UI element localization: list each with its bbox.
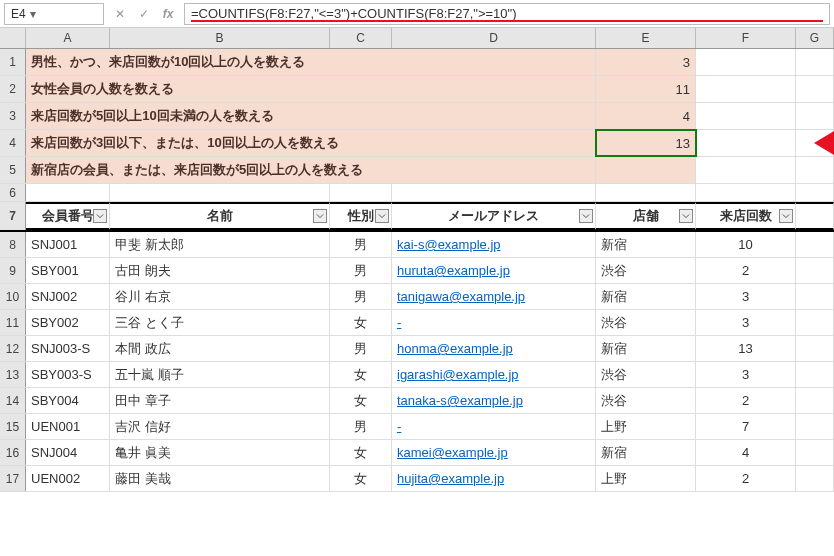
cell-mail[interactable]: tanaka-s@example.jp — [392, 388, 596, 413]
row-num[interactable]: 8 — [0, 232, 26, 257]
cell-sex[interactable]: 男 — [330, 414, 392, 439]
cell-visits[interactable]: 3 — [696, 362, 796, 387]
cell-visits[interactable]: 13 — [696, 336, 796, 361]
cell-visits[interactable]: 2 — [696, 466, 796, 491]
fx-icon[interactable]: fx — [156, 3, 180, 25]
mail-link[interactable]: hujita@example.jp — [397, 471, 504, 486]
cell-store[interactable]: 上野 — [596, 466, 696, 491]
cell-id[interactable]: SBY001 — [26, 258, 110, 283]
row-num[interactable]: 2 — [0, 76, 26, 102]
cell-sex[interactable]: 女 — [330, 466, 392, 491]
cell-store[interactable]: 渋谷 — [596, 258, 696, 283]
filter-icon[interactable] — [779, 209, 793, 223]
cell-name[interactable]: 田中 章子 — [110, 388, 330, 413]
filter-icon[interactable] — [679, 209, 693, 223]
selected-cell[interactable]: 13 — [596, 130, 696, 156]
row-num[interactable]: 7 — [0, 202, 26, 230]
cell-id[interactable]: UEN001 — [26, 414, 110, 439]
cell-visits[interactable]: 2 — [696, 388, 796, 413]
cell-sex[interactable]: 女 — [330, 362, 392, 387]
cell-visits[interactable]: 4 — [696, 440, 796, 465]
cell-id[interactable]: SNJ001 — [26, 232, 110, 257]
row-num[interactable]: 5 — [0, 157, 26, 183]
row-num[interactable]: 15 — [0, 414, 26, 439]
mail-link[interactable]: tanigawa@example.jp — [397, 289, 525, 304]
cell-mail[interactable]: - — [392, 310, 596, 335]
cell-mail[interactable]: kamei@example.jp — [392, 440, 596, 465]
cell-id[interactable]: SNJ004 — [26, 440, 110, 465]
cell-store[interactable]: 新宿 — [596, 336, 696, 361]
cell-mail[interactable]: igarashi@example.jp — [392, 362, 596, 387]
cell-id[interactable]: SBY002 — [26, 310, 110, 335]
cell-mail[interactable]: kai-s@example.jp — [392, 232, 596, 257]
confirm-icon[interactable]: ✓ — [132, 3, 156, 25]
cell-sex[interactable]: 男 — [330, 258, 392, 283]
cell-id[interactable]: SNJ003-S — [26, 336, 110, 361]
col-E[interactable]: E — [596, 28, 696, 48]
cell-visits[interactable]: 3 — [696, 284, 796, 309]
cell-sex[interactable]: 女 — [330, 310, 392, 335]
cell-sex[interactable]: 女 — [330, 440, 392, 465]
summary-val[interactable]: 3 — [596, 49, 696, 75]
cell-name[interactable]: 三谷 とく子 — [110, 310, 330, 335]
cell-name[interactable]: 吉沢 信好 — [110, 414, 330, 439]
cell-visits[interactable]: 2 — [696, 258, 796, 283]
filter-icon[interactable] — [313, 209, 327, 223]
hdr-store[interactable]: 店舗 — [596, 202, 696, 230]
col-G[interactable]: G — [796, 28, 834, 48]
mail-link[interactable]: kai-s@example.jp — [397, 237, 501, 252]
row-num[interactable]: 4 — [0, 130, 26, 156]
filter-icon[interactable] — [93, 209, 107, 223]
cell-name[interactable]: 谷川 右京 — [110, 284, 330, 309]
cell-sex[interactable]: 男 — [330, 232, 392, 257]
mail-link[interactable]: huruta@example.jp — [397, 263, 510, 278]
filter-icon[interactable] — [579, 209, 593, 223]
cell-name[interactable]: 古田 朗夫 — [110, 258, 330, 283]
filter-icon[interactable] — [375, 209, 389, 223]
cell-id[interactable]: SBY003-S — [26, 362, 110, 387]
hdr-sex[interactable]: 性別 — [330, 202, 392, 230]
mail-link[interactable]: honma@example.jp — [397, 341, 513, 356]
formula-input[interactable]: =COUNTIFS(F8:F27,"<=3")+COUNTIFS(F8:F27,… — [184, 3, 830, 25]
mail-link[interactable]: igarashi@example.jp — [397, 367, 519, 382]
cell-mail[interactable]: huruta@example.jp — [392, 258, 596, 283]
cell-id[interactable]: UEN002 — [26, 466, 110, 491]
summary-label[interactable]: 女性会員の人数を数える — [26, 76, 596, 102]
hdr-id[interactable]: 会員番号 — [26, 202, 110, 230]
cell-name[interactable]: 甲斐 新太郎 — [110, 232, 330, 257]
cell-mail[interactable]: - — [392, 414, 596, 439]
hdr-visits[interactable]: 来店回数 — [696, 202, 796, 230]
hdr-name[interactable]: 名前 — [110, 202, 330, 230]
row-num[interactable]: 11 — [0, 310, 26, 335]
mail-link[interactable]: kamei@example.jp — [397, 445, 508, 460]
row-num[interactable]: 16 — [0, 440, 26, 465]
row-num[interactable]: 10 — [0, 284, 26, 309]
cell-store[interactable]: 渋谷 — [596, 362, 696, 387]
col-F[interactable]: F — [696, 28, 796, 48]
row-num[interactable]: 17 — [0, 466, 26, 491]
row-num[interactable]: 12 — [0, 336, 26, 361]
summary-label[interactable]: 男性、かつ、来店回数が10回以上の人を数える — [26, 49, 596, 75]
cell-name[interactable]: 藤田 美哉 — [110, 466, 330, 491]
cell-store[interactable]: 新宿 — [596, 284, 696, 309]
summary-val[interactable]: 4 — [596, 103, 696, 129]
cell-store[interactable]: 新宿 — [596, 440, 696, 465]
cell-id[interactable]: SNJ002 — [26, 284, 110, 309]
mail-link[interactable]: tanaka-s@example.jp — [397, 393, 523, 408]
cell-mail[interactable]: tanigawa@example.jp — [392, 284, 596, 309]
row-num[interactable]: 1 — [0, 49, 26, 75]
summary-label[interactable]: 来店回数が3回以下、または、10回以上の人を数える — [26, 130, 596, 156]
cell-store[interactable]: 上野 — [596, 414, 696, 439]
cell-sex[interactable]: 女 — [330, 388, 392, 413]
col-C[interactable]: C — [330, 28, 392, 48]
col-B[interactable]: B — [110, 28, 330, 48]
cell-visits[interactable]: 3 — [696, 310, 796, 335]
cell-mail[interactable]: honma@example.jp — [392, 336, 596, 361]
row-num[interactable]: 9 — [0, 258, 26, 283]
cell-name[interactable]: 本間 政広 — [110, 336, 330, 361]
select-all[interactable] — [0, 28, 26, 48]
col-A[interactable]: A — [26, 28, 110, 48]
summary-label[interactable]: 来店回数が5回以上10回未満の人を数える — [26, 103, 596, 129]
row-num[interactable]: 3 — [0, 103, 26, 129]
hdr-mail[interactable]: メールアドレス — [392, 202, 596, 230]
